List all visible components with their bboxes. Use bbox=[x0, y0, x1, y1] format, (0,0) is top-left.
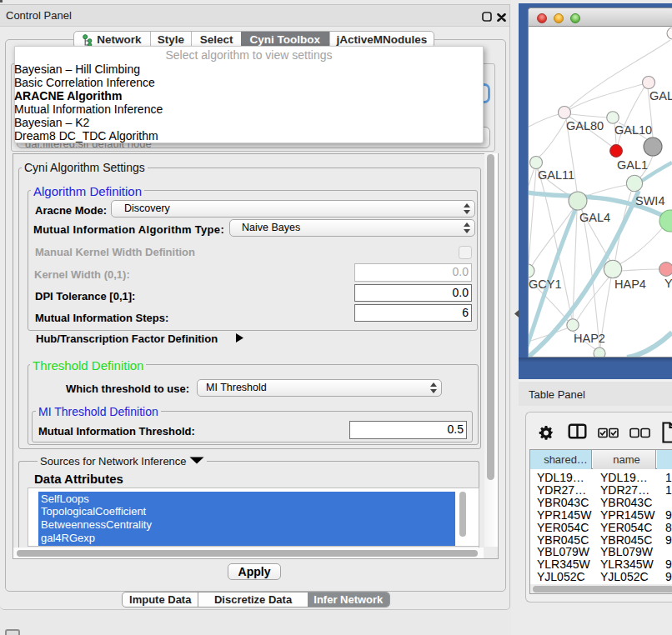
svg-text:HAP2: HAP2 bbox=[574, 332, 605, 345]
svg-text:HAP4: HAP4 bbox=[614, 278, 646, 291]
svg-text:GAL7: GAL7 bbox=[649, 89, 672, 102]
svg-text:GAL4: GAL4 bbox=[579, 211, 610, 224]
svg-text:GAL11: GAL11 bbox=[538, 168, 574, 182]
svg-text:GAL80: GAL80 bbox=[566, 119, 604, 132]
svg-text:YEL: YEL bbox=[664, 277, 672, 290]
svg-text:GAL1: GAL1 bbox=[617, 158, 648, 172]
svg-text:GAL10: GAL10 bbox=[614, 123, 652, 137]
svg-text:GCY1: GCY1 bbox=[529, 278, 562, 291]
svg-text:SWI4: SWI4 bbox=[635, 194, 664, 208]
